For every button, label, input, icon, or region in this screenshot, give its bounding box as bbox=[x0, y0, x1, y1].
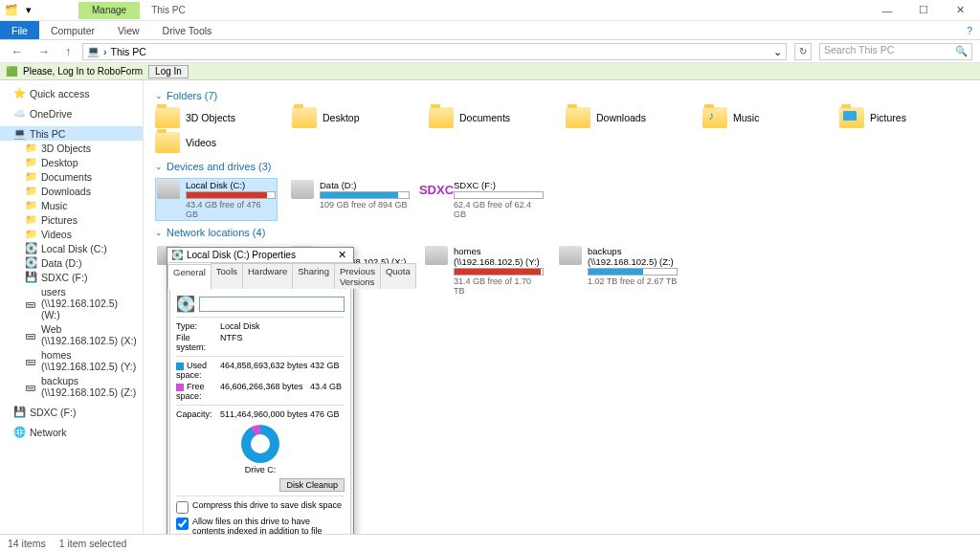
tab-quota[interactable]: Quota bbox=[380, 263, 416, 289]
cloud-icon: ☁️ bbox=[13, 108, 25, 120]
folder-icon bbox=[155, 132, 180, 153]
sidebar-item[interactable]: 📁Downloads bbox=[0, 184, 143, 198]
sidebar-item[interactable]: 📁Music bbox=[0, 198, 143, 212]
section-header-netloc[interactable]: Network locations (4) bbox=[155, 227, 969, 238]
capacity-label: Capacity: bbox=[176, 409, 220, 419]
tab-view[interactable]: View bbox=[106, 21, 151, 39]
sidebar-item[interactable]: 🖴backups (\\192.168.102.5) (Z:) bbox=[0, 373, 143, 399]
folder-icon: 📁 bbox=[25, 186, 36, 197]
breadcrumb-segment[interactable]: This PC bbox=[111, 46, 146, 57]
status-item-count: 14 items bbox=[8, 538, 46, 549]
status-bar: 14 items 1 item selected bbox=[0, 534, 980, 551]
pc-icon: 💻 bbox=[87, 45, 100, 57]
drive-name: backups (\\192.168.102.5) (Z:) bbox=[588, 246, 678, 267]
tab-computer[interactable]: Computer bbox=[39, 21, 106, 39]
quick-access-toolbar: 🗂️ ▾ bbox=[0, 3, 40, 18]
drive-item[interactable]: Local Disk (C:)43.4 GB free of 476 GB bbox=[155, 178, 278, 221]
network-icon: 🌐 bbox=[13, 427, 25, 438]
sidebar-item-label: Videos bbox=[41, 229, 72, 240]
roboform-icon: 🟩 bbox=[6, 66, 17, 77]
tab-hardware[interactable]: Hardware bbox=[242, 263, 293, 289]
folder-icon: 📁 bbox=[25, 157, 36, 168]
compress-checkbox[interactable]: Compress this drive to save disk space bbox=[176, 500, 345, 514]
sidebar-item[interactable]: 📁Desktop bbox=[0, 155, 143, 169]
folder-label: Desktop bbox=[323, 112, 360, 123]
folder-item[interactable]: Downloads bbox=[566, 107, 695, 128]
index-checkbox[interactable]: Allow files on this drive to have conten… bbox=[176, 517, 345, 534]
nav-forward-button[interactable]: → bbox=[34, 45, 54, 58]
drive-label-input[interactable] bbox=[199, 297, 345, 312]
sidebar-item-label: homes (\\192.168.102.5) (Y:) bbox=[41, 349, 137, 372]
window-titlebar: 🗂️ ▾ Manage This PC — ☐ ✕ bbox=[0, 0, 980, 21]
sidebar-onedrive[interactable]: ☁️OneDrive bbox=[0, 106, 143, 121]
roboform-login-button[interactable]: Log In bbox=[148, 65, 189, 78]
folder-item[interactable]: Documents bbox=[429, 107, 558, 128]
usage-pie-chart bbox=[241, 425, 279, 463]
tab-drive-tools[interactable]: Drive Tools bbox=[151, 21, 224, 39]
sidebar-item[interactable]: 🖴Web (\\192.168.102.5) (X:) bbox=[0, 321, 143, 347]
sidebar-sdxc[interactable]: 💾SDXC (F:) bbox=[0, 405, 143, 419]
folder-item[interactable]: Desktop bbox=[292, 107, 421, 128]
close-button[interactable]: ✕ bbox=[947, 4, 972, 16]
folder-item[interactable]: 3D Objects bbox=[155, 107, 284, 128]
sidebar-item[interactable]: 💽Local Disk (C:) bbox=[0, 241, 143, 255]
dialog-close-button[interactable]: ✕ bbox=[335, 249, 349, 261]
usage-bar bbox=[186, 191, 276, 199]
sidebar-item[interactable]: 🖴homes (\\192.168.102.5) (Y:) bbox=[0, 347, 143, 373]
refresh-button[interactable]: ↻ bbox=[794, 43, 812, 60]
drive-free-text: 31.4 GB free of 1.70 TB bbox=[454, 276, 544, 296]
drive-item[interactable]: Data (D:)109 GB free of 894 GB bbox=[289, 178, 412, 221]
breadcrumb[interactable]: 💻 › This PC ⌄ bbox=[82, 43, 787, 60]
tab-previous-versions[interactable]: Previous Versions bbox=[334, 263, 381, 289]
folder-label: Downloads bbox=[596, 112, 646, 123]
sidebar-network[interactable]: 🌐Network bbox=[0, 425, 143, 439]
sidebar-item[interactable]: 🖴users (\\192.168.102.5) (W:) bbox=[0, 284, 143, 321]
contextual-tab-manage[interactable]: Manage bbox=[78, 2, 140, 19]
section-header-drives[interactable]: Devices and drives (3) bbox=[155, 161, 969, 172]
sidebar-item-label: 3D Objects bbox=[41, 143, 91, 154]
drive-name: homes (\\192.168.102.5) (Y:) bbox=[454, 246, 544, 267]
dialog-tabs: General Tools Hardware Sharing Previous … bbox=[167, 263, 353, 289]
search-input[interactable]: Search This PC 🔍 bbox=[819, 43, 972, 60]
drive-item[interactable]: SDXCSDXC (F:)62.4 GB free of 62.4 GB bbox=[423, 178, 546, 221]
sidebar-this-pc[interactable]: 💻This PC bbox=[0, 126, 143, 141]
free-swatch-icon bbox=[176, 384, 184, 391]
sidebar-item[interactable]: 📁3D Objects bbox=[0, 141, 143, 155]
sidebar-item-label: Desktop bbox=[41, 157, 78, 168]
network-drive-icon: 🖴 bbox=[25, 381, 36, 392]
sidebar-item[interactable]: 💾SDXC (F:) bbox=[0, 270, 143, 284]
drive-icon: 💽 bbox=[25, 243, 36, 254]
chevron-down-icon[interactable]: ⌄ bbox=[773, 46, 782, 57]
help-icon[interactable]: ? bbox=[967, 21, 980, 39]
dialog-titlebar[interactable]: 💽 Local Disk (C:) Properties ✕ bbox=[167, 248, 353, 263]
network-drive-item[interactable]: backups (\\192.168.102.5) (Z:)1.02 TB fr… bbox=[557, 244, 679, 298]
sidebar-item[interactable]: 💽Data (D:) bbox=[0, 255, 143, 270]
sidebar-item[interactable]: 📁Documents bbox=[0, 169, 143, 184]
qat-dropdown-icon[interactable]: ▾ bbox=[21, 3, 36, 18]
sidebar-item-label: This PC bbox=[30, 128, 65, 140]
folder-item[interactable]: Videos bbox=[155, 132, 284, 153]
pc-icon: 💻 bbox=[13, 128, 25, 140]
folders-grid: 3D Objects Desktop Documents Downloads M… bbox=[155, 107, 969, 153]
checkbox-label: Compress this drive to save disk space bbox=[192, 500, 342, 510]
nav-back-button[interactable]: ← bbox=[8, 45, 27, 58]
tab-sharing[interactable]: Sharing bbox=[292, 263, 335, 289]
folder-item[interactable]: Pictures bbox=[839, 107, 969, 128]
disk-cleanup-button[interactable]: Disk Cleanup bbox=[279, 478, 345, 492]
usage-bar bbox=[320, 191, 410, 199]
section-header-folders[interactable]: Folders (7) bbox=[155, 90, 969, 101]
minimize-button[interactable]: — bbox=[875, 5, 900, 16]
folder-item[interactable]: Music bbox=[702, 107, 832, 128]
nav-up-button[interactable]: ↑ bbox=[61, 45, 75, 58]
sidebar-item[interactable]: 📁Videos bbox=[0, 227, 143, 241]
sidebar-item-label: Local Disk (C:) bbox=[41, 243, 107, 254]
network-drive-item[interactable]: homes (\\192.168.102.5) (Y:)31.4 GB free… bbox=[423, 244, 546, 298]
folder-label: Music bbox=[733, 112, 759, 123]
network-drive-icon: 🖴 bbox=[25, 329, 36, 341]
sidebar-item[interactable]: 📁Pictures bbox=[0, 212, 143, 227]
tab-tools[interactable]: Tools bbox=[211, 263, 243, 289]
sidebar-quick-access[interactable]: ⭐Quick access bbox=[0, 86, 143, 100]
maximize-button[interactable]: ☐ bbox=[911, 4, 936, 16]
tab-general[interactable]: General bbox=[167, 264, 212, 290]
tab-file[interactable]: File bbox=[0, 21, 39, 39]
